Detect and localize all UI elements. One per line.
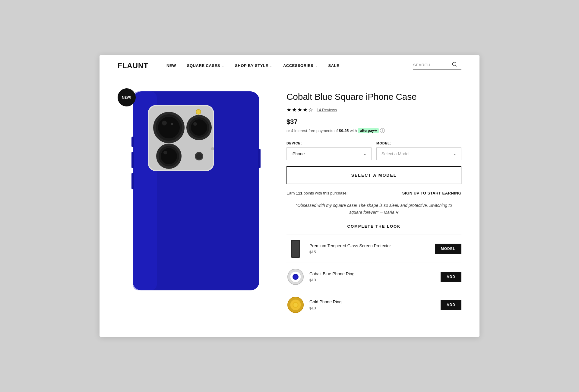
addon-price: $15 xyxy=(309,250,430,254)
addon-model-button[interactable]: MODEL xyxy=(435,244,461,254)
chevron-down-icon: ⌄ xyxy=(315,64,318,67)
svg-rect-30 xyxy=(292,241,299,257)
review-count[interactable]: 14 Reviews xyxy=(317,108,337,112)
svg-point-22 xyxy=(196,153,202,159)
addon-item-screen-protector: Premium Tempered Glass Screen Protector … xyxy=(286,235,461,263)
svg-point-14 xyxy=(193,122,197,126)
addon-info-cobalt-ring: Cobalt Blue Phone Ring $13 xyxy=(309,271,436,282)
nav-item-square-cases[interactable]: SQUARE CASES ⌄ xyxy=(187,63,224,68)
earn-row: Earn 111 points with this purchase! SIGN… xyxy=(286,191,461,195)
addon-item-cobalt-ring: Cobalt Blue Phone Ring $13 ADD xyxy=(286,263,461,291)
search-input[interactable] xyxy=(413,63,449,67)
afterpay-row: or 4 interest-free payments of $9.25 wit… xyxy=(286,128,461,133)
earn-points: 111 xyxy=(296,191,303,195)
star-rating: ★★★★☆ xyxy=(286,106,314,113)
nav-item-new[interactable]: NEW xyxy=(166,63,176,68)
complete-look-title: COMPLETE THE LOOK xyxy=(286,224,461,229)
page-container: FLAUNT NEW SQUARE CASES ⌄ SHOP BY STYLE … xyxy=(100,55,479,337)
svg-rect-27 xyxy=(258,149,261,168)
search-area[interactable] xyxy=(413,62,461,70)
addon-add-button-cobalt[interactable]: ADD xyxy=(441,272,461,282)
testimonial: “Obsessed with my square case! The shape… xyxy=(286,202,461,216)
logo[interactable]: FLAUNT xyxy=(118,62,148,70)
svg-point-18 xyxy=(163,151,167,154)
earn-prefix: Earn xyxy=(286,191,295,195)
chevron-down-icon: ⌄ xyxy=(270,64,272,67)
chevron-down-icon: ⌄ xyxy=(222,64,224,67)
svg-point-9 xyxy=(162,121,167,125)
device-dropdown[interactable]: iPhone ⌄ xyxy=(286,147,372,160)
rating-row: ★★★★☆ 14 Reviews xyxy=(286,106,461,113)
nav-item-accessories[interactable]: ACCESSORIES ⌄ xyxy=(283,63,318,68)
earn-suffix: points with this purchase! xyxy=(303,191,347,195)
afterpay-prefix: or 4 interest-free payments of xyxy=(286,128,338,133)
afterpay-amount: $9.25 xyxy=(339,128,349,133)
svg-point-17 xyxy=(161,148,177,164)
addon-name: Premium Tempered Glass Screen Protector xyxy=(309,243,430,248)
addon-image-screen-protector xyxy=(286,240,305,258)
svg-point-8 xyxy=(158,117,180,138)
svg-point-13 xyxy=(191,119,207,136)
model-label: MODEL: xyxy=(376,141,461,145)
model-selector-group: MODEL: Select a Model ⌄ xyxy=(376,141,461,160)
svg-rect-26 xyxy=(131,173,134,189)
device-label: DEVICE: xyxy=(286,141,372,145)
addon-name: Gold Phone Ring xyxy=(309,299,436,305)
info-icon[interactable]: i xyxy=(380,128,385,133)
product-price: $37 xyxy=(286,118,461,126)
svg-point-10 xyxy=(171,123,173,125)
selectors-row: DEVICE: iPhone ⌄ MODEL: Select a Model ⌄ xyxy=(286,141,461,160)
earn-text: Earn 111 points with this purchase! xyxy=(286,191,347,195)
addon-name: Cobalt Blue Phone Ring xyxy=(309,271,436,277)
header: FLAUNT NEW SQUARE CASES ⌄ SHOP BY STYLE … xyxy=(100,55,479,76)
addon-info-gold-ring: Gold Phone Ring $13 xyxy=(309,299,436,310)
addon-price: $13 xyxy=(309,306,436,310)
model-placeholder: Select a Model xyxy=(381,151,410,156)
addon-item-gold-ring: Gold Phone Ring $13 ADD xyxy=(286,291,461,319)
nav-item-sale[interactable]: SALE xyxy=(328,63,340,68)
svg-rect-24 xyxy=(131,137,134,147)
svg-rect-25 xyxy=(131,152,134,168)
product-title: Cobalt Blue Square iPhone Case xyxy=(286,91,461,102)
svg-point-20 xyxy=(196,110,201,114)
chevron-down-icon: ⌄ xyxy=(363,152,366,156)
model-dropdown[interactable]: Select a Model ⌄ xyxy=(376,147,461,160)
main-content: NEW! xyxy=(100,76,479,337)
chevron-down-icon: ⌄ xyxy=(453,152,456,156)
svg-point-23 xyxy=(211,147,214,150)
svg-line-1 xyxy=(455,65,456,66)
addon-image-gold-ring xyxy=(286,296,305,314)
afterpay-logo: afterpay∿ xyxy=(358,128,379,133)
svg-point-34 xyxy=(293,275,298,279)
device-value: iPhone xyxy=(292,151,305,156)
main-nav: NEW SQUARE CASES ⌄ SHOP BY STYLE ⌄ ACCES… xyxy=(166,63,413,68)
addon-image-cobalt-ring xyxy=(286,268,305,286)
device-selector-group: DEVICE: iPhone ⌄ xyxy=(286,141,372,160)
addon-price: $13 xyxy=(309,278,436,282)
product-details: Cobalt Blue Square iPhone Case ★★★★☆ 14 … xyxy=(286,88,461,319)
nav-item-shop-by-style[interactable]: SHOP BY STYLE ⌄ xyxy=(235,63,272,68)
addon-add-button-gold[interactable]: ADD xyxy=(441,300,461,310)
sign-up-link[interactable]: SIGN UP TO START EARNING xyxy=(402,191,461,195)
new-badge: NEW! xyxy=(118,88,136,106)
product-image xyxy=(124,88,268,293)
select-model-button[interactable]: SELECT A MODEL xyxy=(286,166,461,184)
product-image-area: NEW! xyxy=(118,88,268,293)
search-icon[interactable] xyxy=(452,62,457,68)
svg-point-38 xyxy=(293,303,298,307)
afterpay-with: with xyxy=(350,128,357,133)
addon-info-screen-protector: Premium Tempered Glass Screen Protector … xyxy=(309,243,430,254)
